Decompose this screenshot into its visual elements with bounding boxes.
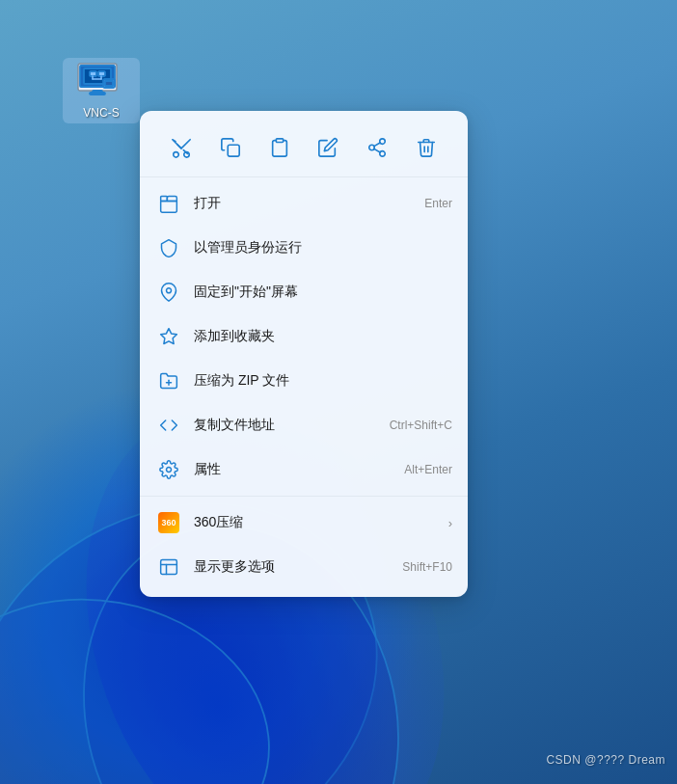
- svg-rect-12: [90, 93, 105, 95]
- delete-icon: [416, 137, 437, 158]
- menu-item-properties[interactable]: 属性 Alt+Enter: [140, 447, 468, 492]
- paste-icon: [269, 137, 290, 158]
- svg-marker-26: [161, 329, 177, 344]
- svg-line-22: [374, 149, 380, 152]
- show-more-label: 显示更多选项: [194, 558, 402, 576]
- menu-item-add-favorites[interactable]: 添加到收藏夹: [140, 314, 468, 359]
- svg-rect-18: [276, 139, 283, 143]
- properties-shortcut: Alt+Enter: [404, 463, 452, 476]
- 360-compress-label: 360压缩: [194, 514, 441, 531]
- svg-rect-6: [90, 71, 96, 76]
- menu-item-open[interactable]: 打开 Enter: [140, 181, 468, 226]
- watermark: CSDN @???? Dream: [546, 753, 665, 767]
- submenu-arrow-icon: ›: [448, 516, 452, 530]
- context-menu-toolbar: [140, 119, 468, 177]
- rename-icon: [317, 137, 338, 158]
- copy-path-label: 复制文件地址: [194, 417, 390, 434]
- properties-icon: [155, 456, 182, 483]
- svg-rect-17: [228, 145, 239, 156]
- toolbar-share-button[interactable]: [358, 128, 396, 167]
- toolbar-copy-button[interactable]: [211, 128, 250, 167]
- menu-item-360-compress[interactable]: 360 360压缩 ›: [140, 500, 468, 545]
- 360-icon: 360: [155, 509, 182, 536]
- toolbar-cut-button[interactable]: [162, 128, 201, 167]
- menu-item-compress-zip[interactable]: 压缩为 ZIP 文件: [140, 359, 468, 403]
- zip-icon: [155, 367, 182, 394]
- pin-icon: [155, 279, 182, 306]
- pin-to-start-label: 固定到"开始"屏幕: [194, 284, 452, 301]
- show-more-shortcut: Shift+F10: [402, 560, 452, 574]
- copy-path-shortcut: Ctrl+Shift+C: [390, 419, 452, 432]
- copy-path-icon: [155, 412, 182, 439]
- properties-label: 属性: [194, 461, 404, 478]
- svg-point-29: [167, 468, 172, 473]
- share-icon: [366, 137, 388, 158]
- star-icon: [155, 323, 182, 350]
- svg-point-25: [167, 288, 172, 293]
- run-as-admin-label: 以管理员身份运行: [194, 239, 452, 257]
- menu-separator-1: [140, 496, 468, 497]
- toolbar-rename-button[interactable]: [309, 128, 347, 167]
- admin-icon: [155, 234, 182, 261]
- menu-item-run-as-admin[interactable]: 以管理员身份运行: [140, 226, 468, 270]
- copy-icon: [220, 137, 241, 158]
- menu-item-pin-to-start[interactable]: 固定到"开始"屏幕: [140, 270, 468, 314]
- toolbar-delete-button[interactable]: [407, 128, 446, 167]
- cut-icon: [171, 137, 192, 158]
- menu-item-show-more[interactable]: 显示更多选项 Shift+F10: [140, 545, 468, 589]
- svg-rect-14: [105, 81, 113, 86]
- show-more-icon: [155, 554, 182, 581]
- context-menu: 打开 Enter 以管理员身份运行 固定到"开始"屏幕 添加到收藏夹: [140, 111, 468, 597]
- toolbar-paste-button[interactable]: [260, 128, 299, 167]
- svg-rect-7: [98, 71, 105, 76]
- vnc-icon-image: [76, 62, 126, 102]
- desktop-icon-label: VNC-S: [83, 106, 119, 120]
- add-favorites-label: 添加到收藏夹: [194, 328, 452, 345]
- svg-point-15: [174, 152, 179, 158]
- menu-item-copy-path[interactable]: 复制文件地址 Ctrl+Shift+C: [140, 403, 468, 447]
- open-icon: [155, 190, 182, 217]
- svg-line-23: [374, 143, 380, 147]
- open-shortcut: Enter: [424, 197, 452, 210]
- desktop-icon-vnc[interactable]: VNC-S: [63, 58, 140, 123]
- compress-zip-label: 压缩为 ZIP 文件: [194, 372, 452, 390]
- svg-rect-30: [161, 560, 177, 575]
- watermark-text: CSDN @???? Dream: [546, 753, 665, 767]
- open-label: 打开: [194, 195, 424, 212]
